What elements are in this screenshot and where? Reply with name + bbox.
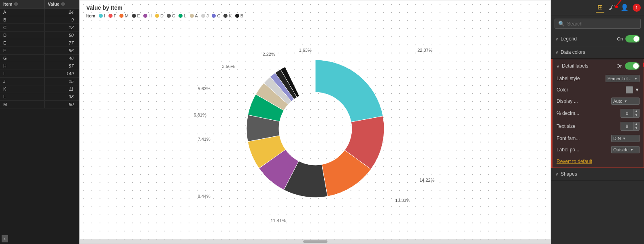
legend-item-label: G [172,13,176,18]
text-size-stepper: 9 ▲ ▼ [621,122,640,131]
shapes-chevron: ∨ [555,172,558,176]
data-colors-header[interactable]: ∨ Data colors [551,46,644,58]
col-item[interactable]: Item [0,0,45,8]
legend-item: F [108,13,117,18]
label-position-select[interactable]: Outside ▼ [611,146,640,153]
color-row: Color ▼ [553,84,644,95]
data-colors-section: ∨ Data colors [551,46,644,59]
cell-value: 11 [45,85,77,93]
cell-item: H [0,62,45,70]
legend-dot [167,14,171,18]
shapes-header[interactable]: ∨ Shapes [551,168,644,180]
detail-labels-header[interactable]: ∧ Detail labels On 2 [553,59,644,73]
legend-item-label: J [206,13,209,18]
sort-icon[interactable] [14,2,18,6]
table-row: A24 [0,8,79,16]
legend-item: H [143,13,152,18]
legend-item: M [119,13,128,18]
legend-item: B [235,13,243,18]
data-table: Item Value A24B9C13D50E77F96G46H57I149J1… [0,0,79,244]
table-row: L38 [0,93,79,101]
legend-item-label: M [125,13,128,18]
font-family-select[interactable]: DIN ▼ [611,135,640,142]
table-row: C13 [0,24,79,32]
detail-labels-toggle[interactable] [625,62,640,70]
pct-label-i: 22.07% [417,48,432,53]
table-row: K11 [0,85,79,93]
table-row: F96 [0,47,79,55]
legend-item: A [190,13,198,18]
label-style-row: Label style Percent of ... ▼ [553,73,644,84]
legend-header[interactable]: ∨ Legend On [551,32,644,46]
legend-item: G [167,13,176,18]
label-style-select[interactable]: Percent of ... ▼ [606,75,640,82]
legend-label: Item [86,13,96,18]
chart-bottom-scrollbar[interactable] [80,239,550,244]
shapes-section: ∨ Shapes [551,168,644,180]
search-input[interactable] [567,21,637,27]
cell-item: B [0,16,45,23]
color-swatch[interactable] [626,86,633,93]
text-size-down[interactable]: ▼ [633,126,639,130]
legend-toggle[interactable] [625,35,640,42]
chart-body: 22.07% 14.22% 13.33% 11.41% 8.44% 7.41% … [80,20,550,239]
sort-icon-value[interactable] [61,2,65,6]
legend-dot [223,14,227,18]
display-caret: ▼ [624,100,627,103]
search-icon: 🔍 [558,21,565,27]
donut-segment[interactable] [315,60,383,122]
legend-dot [201,14,205,18]
table-body: A24B9C13D50E77F96G46H57I149J15K11L38M90 [0,8,79,233]
revert-link[interactable]: Revert to default [553,155,644,168]
pct-label-g: 6.81% [194,112,206,117]
display-row: Display ... Auto ▼ [553,95,644,107]
cell-item: C [0,24,45,31]
scroll-left-button[interactable]: ‹ [2,235,8,242]
cell-item: G [0,55,45,62]
legend-dot [143,14,147,18]
text-size-up[interactable]: ▲ [633,122,639,126]
table-row: H57 [0,62,79,70]
stepper-down[interactable]: ▼ [633,113,639,117]
cell-value: 15 [45,78,77,85]
legend-item-label: C [217,13,220,18]
cell-item: F [0,47,45,54]
cell-value: 90 [45,101,77,108]
table-view-icon[interactable]: ⊞ [596,2,604,13]
legend-dot [212,14,216,18]
table-row: I149 [0,70,79,78]
label-position-caret: ▼ [630,148,633,152]
cell-value: 46 [45,55,77,62]
table-header: Item Value [0,0,79,8]
detail-labels-chevron: ∧ [557,64,559,68]
badge-1[interactable]: 1 [633,4,641,12]
chart-header: Value by Item Item IFMEHDGLAJCKB [80,0,550,20]
cell-value: 57 [45,62,77,70]
cell-item: K [0,85,45,93]
chart-area: Value by Item Item IFMEHDGLAJCKB 22.07% … [79,0,551,244]
pct-label-a: 3.56% [222,64,235,69]
chart-legend: Item IFMEHDGLAJCKB [86,13,544,18]
detail-labels-section: ∧ Detail labels On 2 Label style [551,59,644,168]
table-row: B9 [0,16,79,24]
label-position-row: Label po... Outside ▼ [553,144,644,155]
font-family-row: Font fam... DIN ▼ [553,133,644,144]
display-select[interactable]: Auto ▼ [611,98,640,105]
scrollbar-handle [303,240,327,243]
legend-dot [99,14,103,18]
pct-label-f: 14.22% [419,178,434,182]
chart-title: Value by Item [86,4,544,11]
col-value[interactable]: Value [45,0,77,8]
font-family-caret: ▼ [623,137,626,140]
stepper-up[interactable]: ▲ [633,109,639,113]
legend-item-label: B [240,13,243,18]
table-row: J15 [0,78,79,85]
pct-decimal-stepper: 0 ▲ ▼ [621,109,640,118]
cell-item: M [0,101,45,108]
legend-item-label: I [104,13,105,18]
svg-marker-1 [614,6,618,8]
pct-label-m: 13.33% [395,198,410,203]
cell-item: A [0,8,45,16]
cell-value: 149 [45,70,77,77]
color-caret[interactable]: ▼ [635,87,640,93]
